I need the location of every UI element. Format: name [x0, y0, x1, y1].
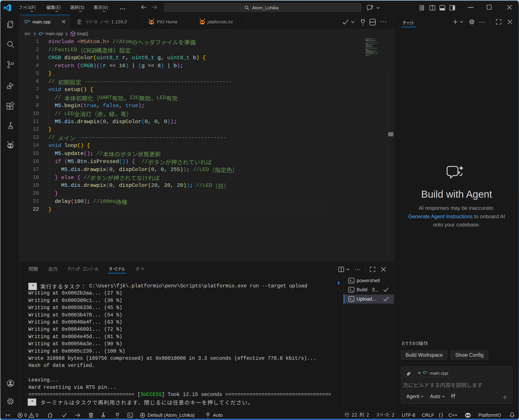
svg-text:C: C	[423, 370, 426, 375]
